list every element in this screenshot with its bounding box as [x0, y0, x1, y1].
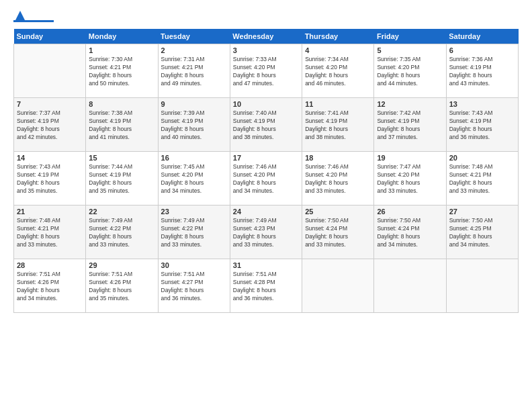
day-info: Sunrise: 7:47 AM Sunset: 4:20 PM Dayligh… — [377, 163, 443, 195]
calendar-cell: 24Sunrise: 7:49 AM Sunset: 4:23 PM Dayli… — [230, 205, 302, 259]
day-info: Sunrise: 7:30 AM Sunset: 4:21 PM Dayligh… — [89, 56, 154, 88]
day-number: 1 — [89, 46, 154, 54]
day-number: 25 — [305, 208, 371, 216]
day-number: 15 — [89, 154, 154, 162]
day-info: Sunrise: 7:49 AM Sunset: 4:22 PM Dayligh… — [161, 217, 227, 249]
calendar-cell: 27Sunrise: 7:50 AM Sunset: 4:25 PM Dayli… — [446, 205, 518, 259]
calendar-cell: 23Sunrise: 7:49 AM Sunset: 4:22 PM Dayli… — [158, 205, 230, 259]
calendar-cell: 28Sunrise: 7:51 AM Sunset: 4:26 PM Dayli… — [14, 259, 86, 313]
day-info: Sunrise: 7:37 AM Sunset: 4:19 PM Dayligh… — [17, 109, 83, 142]
day-number: 14 — [17, 154, 83, 162]
weekday-header-tuesday: Tuesday — [158, 29, 230, 44]
svg-marker-0 — [15, 11, 25, 20]
day-number: 28 — [17, 261, 83, 269]
day-number: 17 — [233, 154, 299, 162]
day-info: Sunrise: 7:51 AM Sunset: 4:28 PM Dayligh… — [233, 271, 299, 303]
calendar-cell: 10Sunrise: 7:40 AM Sunset: 4:19 PM Dayli… — [230, 98, 302, 152]
day-info: Sunrise: 7:36 AM Sunset: 4:19 PM Dayligh… — [449, 56, 515, 88]
calendar-cell: 30Sunrise: 7:51 AM Sunset: 4:27 PM Dayli… — [158, 259, 230, 313]
day-number: 24 — [233, 208, 299, 216]
calendar-cell: 31Sunrise: 7:51 AM Sunset: 4:28 PM Dayli… — [230, 259, 302, 313]
day-info: Sunrise: 7:46 AM Sunset: 4:20 PM Dayligh… — [233, 163, 299, 195]
day-info: Sunrise: 7:48 AM Sunset: 4:21 PM Dayligh… — [449, 163, 515, 195]
calendar-cell: 25Sunrise: 7:50 AM Sunset: 4:24 PM Dayli… — [302, 205, 374, 259]
day-info: Sunrise: 7:35 AM Sunset: 4:20 PM Dayligh… — [377, 56, 443, 88]
calendar-cell: 2Sunrise: 7:31 AM Sunset: 4:21 PM Daylig… — [158, 44, 230, 98]
calendar-cell: 7Sunrise: 7:37 AM Sunset: 4:19 PM Daylig… — [14, 98, 86, 152]
day-number: 29 — [89, 261, 154, 269]
calendar-cell: 18Sunrise: 7:46 AM Sunset: 4:20 PM Dayli… — [302, 152, 374, 205]
day-number: 8 — [89, 100, 154, 108]
day-info: Sunrise: 7:50 AM Sunset: 4:24 PM Dayligh… — [377, 217, 443, 249]
calendar-cell: 3Sunrise: 7:33 AM Sunset: 4:20 PM Daylig… — [230, 44, 302, 98]
day-info: Sunrise: 7:50 AM Sunset: 4:24 PM Dayligh… — [305, 217, 371, 249]
calendar-cell: 13Sunrise: 7:43 AM Sunset: 4:19 PM Dayli… — [446, 98, 518, 152]
calendar-cell: 12Sunrise: 7:42 AM Sunset: 4:19 PM Dayli… — [374, 98, 446, 152]
calendar-cell: 6Sunrise: 7:36 AM Sunset: 4:19 PM Daylig… — [446, 44, 518, 98]
calendar-cell: 14Sunrise: 7:43 AM Sunset: 4:19 PM Dayli… — [14, 152, 86, 205]
calendar-week-5: 28Sunrise: 7:51 AM Sunset: 4:26 PM Dayli… — [14, 259, 519, 313]
calendar-week-2: 7Sunrise: 7:37 AM Sunset: 4:19 PM Daylig… — [14, 98, 519, 152]
calendar-week-1: 1Sunrise: 7:30 AM Sunset: 4:21 PM Daylig… — [14, 44, 519, 98]
day-info: Sunrise: 7:45 AM Sunset: 4:20 PM Dayligh… — [161, 163, 227, 195]
page: SundayMondayTuesdayWednesdayThursdayFrid… — [0, 0, 532, 411]
day-number: 9 — [161, 100, 227, 108]
calendar-cell — [374, 259, 446, 313]
day-number: 11 — [305, 100, 371, 108]
calendar-cell: 15Sunrise: 7:44 AM Sunset: 4:19 PM Dayli… — [86, 152, 158, 205]
logo-underline — [13, 20, 54, 22]
day-number: 18 — [305, 154, 371, 162]
header — [13, 12, 519, 22]
calendar-cell: 21Sunrise: 7:48 AM Sunset: 4:21 PM Dayli… — [14, 205, 86, 259]
day-number: 30 — [161, 261, 227, 269]
day-number: 20 — [449, 154, 515, 162]
calendar-cell: 1Sunrise: 7:30 AM Sunset: 4:21 PM Daylig… — [86, 44, 158, 98]
day-info: Sunrise: 7:40 AM Sunset: 4:19 PM Dayligh… — [233, 109, 299, 142]
day-info: Sunrise: 7:38 AM Sunset: 4:19 PM Dayligh… — [89, 109, 154, 142]
day-number: 21 — [17, 208, 83, 216]
day-info: Sunrise: 7:46 AM Sunset: 4:20 PM Dayligh… — [305, 163, 371, 195]
logo — [13, 12, 54, 22]
day-number: 23 — [161, 208, 227, 216]
day-number: 4 — [305, 46, 371, 54]
day-number: 2 — [161, 46, 227, 54]
day-info: Sunrise: 7:50 AM Sunset: 4:25 PM Dayligh… — [449, 217, 515, 249]
day-number: 6 — [449, 46, 515, 54]
calendar-cell: 26Sunrise: 7:50 AM Sunset: 4:24 PM Dayli… — [374, 205, 446, 259]
calendar-cell: 16Sunrise: 7:45 AM Sunset: 4:20 PM Dayli… — [158, 152, 230, 205]
calendar-cell: 4Sunrise: 7:34 AM Sunset: 4:20 PM Daylig… — [302, 44, 374, 98]
weekday-header-wednesday: Wednesday — [230, 29, 302, 44]
day-info: Sunrise: 7:33 AM Sunset: 4:20 PM Dayligh… — [233, 56, 299, 88]
day-info: Sunrise: 7:43 AM Sunset: 4:19 PM Dayligh… — [17, 163, 83, 195]
day-info: Sunrise: 7:43 AM Sunset: 4:19 PM Dayligh… — [449, 109, 515, 142]
day-info: Sunrise: 7:48 AM Sunset: 4:21 PM Dayligh… — [17, 217, 83, 249]
day-number: 7 — [17, 100, 83, 108]
day-info: Sunrise: 7:51 AM Sunset: 4:27 PM Dayligh… — [161, 271, 227, 303]
calendar-cell — [14, 44, 86, 98]
calendar-cell: 5Sunrise: 7:35 AM Sunset: 4:20 PM Daylig… — [374, 44, 446, 98]
calendar-week-4: 21Sunrise: 7:48 AM Sunset: 4:21 PM Dayli… — [14, 205, 519, 259]
day-info: Sunrise: 7:44 AM Sunset: 4:19 PM Dayligh… — [89, 163, 154, 195]
calendar-cell: 19Sunrise: 7:47 AM Sunset: 4:20 PM Dayli… — [374, 152, 446, 205]
calendar-table: SundayMondayTuesdayWednesdayThursdayFrid… — [13, 29, 519, 313]
calendar-cell: 29Sunrise: 7:51 AM Sunset: 4:26 PM Dayli… — [86, 259, 158, 313]
day-info: Sunrise: 7:31 AM Sunset: 4:21 PM Dayligh… — [161, 56, 227, 88]
calendar-cell — [446, 259, 518, 313]
day-info: Sunrise: 7:39 AM Sunset: 4:19 PM Dayligh… — [161, 109, 227, 142]
day-number: 5 — [377, 46, 443, 54]
day-number: 16 — [161, 154, 227, 162]
day-info: Sunrise: 7:49 AM Sunset: 4:23 PM Dayligh… — [233, 217, 299, 249]
weekday-header-saturday: Saturday — [446, 29, 518, 44]
calendar-cell: 9Sunrise: 7:39 AM Sunset: 4:19 PM Daylig… — [158, 98, 230, 152]
calendar-header-row: SundayMondayTuesdayWednesdayThursdayFrid… — [14, 29, 519, 44]
day-number: 26 — [377, 208, 443, 216]
weekday-header-thursday: Thursday — [302, 29, 374, 44]
calendar-cell: 20Sunrise: 7:48 AM Sunset: 4:21 PM Dayli… — [446, 152, 518, 205]
calendar-cell: 8Sunrise: 7:38 AM Sunset: 4:19 PM Daylig… — [86, 98, 158, 152]
day-number: 22 — [89, 208, 154, 216]
weekday-header-monday: Monday — [86, 29, 158, 44]
day-info: Sunrise: 7:34 AM Sunset: 4:20 PM Dayligh… — [305, 56, 371, 88]
day-info: Sunrise: 7:51 AM Sunset: 4:26 PM Dayligh… — [89, 271, 154, 303]
calendar-cell — [302, 259, 374, 313]
day-number: 31 — [233, 261, 299, 269]
